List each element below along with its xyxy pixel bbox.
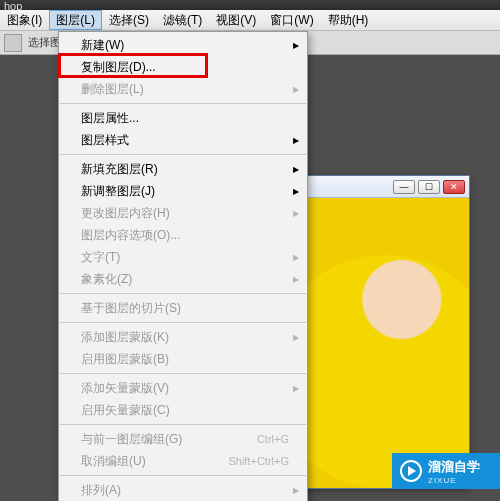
menu-item-label: 排列(A)	[81, 482, 289, 499]
watermark-brand: 溜溜自学	[428, 459, 480, 474]
menu-item-label: 文字(T)	[81, 249, 289, 266]
watermark-sub: ZIXUE	[428, 476, 480, 485]
close-button[interactable]: ✕	[443, 180, 465, 194]
menu-item: 更改图层内容(H)	[59, 202, 307, 224]
menu-item-4[interactable]: 视图(V)	[209, 10, 263, 30]
menu-item-5[interactable]: 窗口(W)	[263, 10, 320, 30]
minimize-button[interactable]: —	[393, 180, 415, 194]
menu-separator	[60, 103, 306, 104]
menu-item: 取消编组(U)Shift+Ctrl+G	[59, 450, 307, 472]
watermark-text: 溜溜自学 ZIXUE	[428, 458, 480, 485]
image-canvas[interactable]	[301, 198, 469, 488]
menu-item-label: 图层属性...	[81, 110, 289, 127]
menu-item-1[interactable]: 图层(L)	[49, 10, 102, 30]
menu-item-0[interactable]: 图象(I)	[0, 10, 49, 30]
document-window[interactable]: — ☐ ✕	[300, 175, 470, 489]
document-content[interactable]	[301, 198, 469, 488]
menu-item-shortcut: Shift+Ctrl+G	[228, 455, 289, 467]
menu-item-label: 新填充图层(R)	[81, 161, 289, 178]
app-title-fragment: hop	[4, 0, 22, 12]
document-titlebar[interactable]: — ☐ ✕	[301, 176, 469, 198]
menu-item-label: 启用矢量蒙版(C)	[81, 402, 289, 419]
menu-item[interactable]: 图层属性...	[59, 107, 307, 129]
menu-item: 与前一图层编组(G)Ctrl+G	[59, 428, 307, 450]
menu-item-label: 添加图层蒙版(K)	[81, 329, 289, 346]
menu-item-label: 与前一图层编组(G)	[81, 431, 257, 448]
menu-item-label: 图层样式	[81, 132, 289, 149]
menu-item: 象素化(Z)	[59, 268, 307, 290]
menu-item: 启用矢量蒙版(C)	[59, 399, 307, 421]
menu-item: 添加图层蒙版(K)	[59, 326, 307, 348]
menu-separator	[60, 154, 306, 155]
menu-item-label: 象素化(Z)	[81, 271, 289, 288]
app-titlebar-fragment: hop	[0, 0, 500, 10]
maximize-button[interactable]: ☐	[418, 180, 440, 194]
menu-separator	[60, 475, 306, 476]
menu-separator	[60, 322, 306, 323]
menu-item-label: 更改图层内容(H)	[81, 205, 289, 222]
menu-item-6[interactable]: 帮助(H)	[321, 10, 376, 30]
menu-item[interactable]: 图层样式	[59, 129, 307, 151]
layer-menu-dropdown: 新建(W)复制图层(D)...删除图层(L)图层属性...图层样式新填充图层(R…	[58, 31, 308, 501]
menu-item-3[interactable]: 滤镜(T)	[156, 10, 209, 30]
menu-item: 文字(T)	[59, 246, 307, 268]
menu-item-label: 基于图层的切片(S)	[81, 300, 289, 317]
watermark: 溜溜自学 ZIXUE	[392, 453, 500, 489]
menu-item-shortcut: Ctrl+G	[257, 433, 289, 445]
play-icon	[400, 460, 422, 482]
menubar: 图象(I)图层(L)选择(S)滤镜(T)视图(V)窗口(W)帮助(H)	[0, 10, 500, 31]
menu-separator	[60, 424, 306, 425]
menu-item-2[interactable]: 选择(S)	[102, 10, 156, 30]
menu-item-label: 图层内容选项(O)...	[81, 227, 289, 244]
menu-item[interactable]: 新调整图层(J)	[59, 180, 307, 202]
menu-item-label: 复制图层(D)...	[81, 59, 289, 76]
menu-item-label: 新建(W)	[81, 37, 289, 54]
menu-separator	[60, 373, 306, 374]
menu-item-label: 新调整图层(J)	[81, 183, 289, 200]
menu-item-label: 启用图层蒙版(B)	[81, 351, 289, 368]
menu-item-label: 删除图层(L)	[81, 81, 289, 98]
menu-item: 删除图层(L)	[59, 78, 307, 100]
menu-separator	[60, 293, 306, 294]
menu-item: 图层内容选项(O)...	[59, 224, 307, 246]
menu-item-label: 取消编组(U)	[81, 453, 228, 470]
tool-icon[interactable]	[4, 34, 22, 52]
menu-item: 启用图层蒙版(B)	[59, 348, 307, 370]
menu-item[interactable]: 复制图层(D)...	[59, 56, 307, 78]
menu-item[interactable]: 新填充图层(R)	[59, 158, 307, 180]
menu-item[interactable]: 新建(W)	[59, 34, 307, 56]
menu-item-label: 添加矢量蒙版(V)	[81, 380, 289, 397]
menu-item: 基于图层的切片(S)	[59, 297, 307, 319]
menu-item: 添加矢量蒙版(V)	[59, 377, 307, 399]
menu-item: 排列(A)	[59, 479, 307, 501]
